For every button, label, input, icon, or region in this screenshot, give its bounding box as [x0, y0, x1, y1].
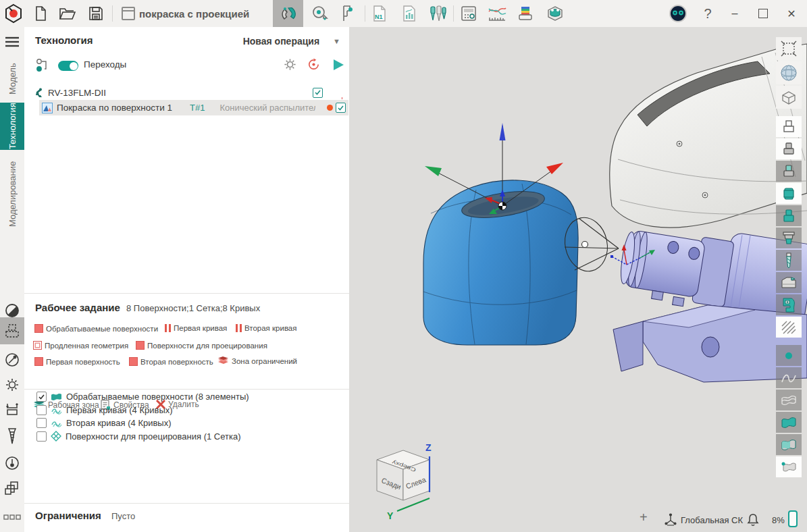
fixture-button[interactable]: [776, 294, 802, 315]
machine-enabled-checkbox[interactable]: [313, 88, 323, 98]
surface-teal-gray-button[interactable]: [776, 434, 802, 455]
tool-blank-button[interactable]: [776, 116, 802, 137]
surface-point-button[interactable]: [776, 456, 802, 477]
surface-outline-icon: [781, 394, 797, 407]
transitions-toggle[interactable]: [58, 61, 78, 71]
close-button[interactable]: ✕: [779, 2, 804, 25]
tool-gray-icon: [781, 141, 797, 157]
run-simulation-button[interactable]: [332, 58, 345, 72]
job-item-second-curve[interactable]: Вторая кривая (4 Кривых): [36, 418, 172, 428]
notifications-button[interactable]: [746, 512, 760, 527]
simulation-button[interactable]: [543, 2, 567, 25]
machine-scheme-button[interactable]: [0, 317, 24, 344]
job-item-first-curve[interactable]: Первая кривая (4 Кривых): [36, 405, 173, 415]
item-checkbox[interactable]: [36, 405, 47, 415]
minimize-button[interactable]: –: [723, 2, 747, 25]
view-cube[interactable]: Сверху Сзади Слева Z Y: [377, 442, 432, 521]
legend-swatch-filled: [34, 357, 43, 366]
tab-modeling[interactable]: Моделирование: [0, 154, 24, 234]
toolbar-separator: [365, 5, 365, 22]
assistant-button[interactable]: [666, 2, 690, 25]
calculator-button[interactable]: [457, 2, 481, 25]
measure-tape-button[interactable]: [308, 2, 332, 25]
postprocessor-icon: [517, 5, 534, 22]
compass-button[interactable]: [0, 349, 24, 371]
structure-button[interactable]: [36, 58, 51, 73]
recalculate-button[interactable]: [307, 57, 321, 72]
hatch-curves-button[interactable]: [776, 317, 802, 338]
tool-teal-button[interactable]: [776, 183, 802, 204]
curve-mode-button[interactable]: [776, 367, 802, 388]
tool-cone-button[interactable]: [776, 228, 802, 248]
legend-label: Зона ограничений: [232, 357, 297, 365]
coordinate-system-button[interactable]: [664, 513, 677, 527]
section-divider: [24, 293, 349, 294]
tool-gray-button[interactable]: [776, 138, 802, 159]
surface-teal-button[interactable]: [776, 412, 802, 433]
solid-view-button[interactable]: [776, 86, 802, 109]
surface-teal-gray-icon: [781, 439, 797, 451]
legend-label: Поверхности для проецирования: [147, 342, 267, 350]
help-button[interactable]: ?: [696, 2, 720, 25]
maximize-button[interactable]: [751, 2, 775, 25]
gauge-button[interactable]: [0, 452, 24, 474]
operation-settings-button[interactable]: [283, 57, 297, 72]
job-item-surfaces[interactable]: Обрабатываемые поверхности (8 элементы): [36, 392, 249, 402]
surface-outline-button[interactable]: [776, 390, 802, 410]
open-project-button[interactable]: [55, 2, 80, 25]
copies-button[interactable]: [0, 477, 24, 499]
job-item-label: Поверхности для проецирования (1 Сетка): [66, 431, 241, 442]
viewport-3d[interactable]: Сверху Сзади Слева Z Y: [349, 27, 807, 532]
report-button[interactable]: [397, 2, 421, 25]
legend-swatch-bars: [236, 324, 242, 332]
job-item-projection-surfaces[interactable]: Поверхности для проецирования (1 Сетка): [36, 431, 241, 442]
app-logo-button[interactable]: [1, 2, 26, 25]
point-mode-button[interactable]: [776, 345, 802, 366]
transitions-label: Переходы: [84, 59, 126, 70]
tool-teal-step-button[interactable]: [776, 205, 802, 226]
fit-selection-button[interactable]: [776, 37, 802, 60]
tree-row-machine[interactable]: RV-13FLM-DII: [32, 85, 340, 100]
project-window-button[interactable]: [116, 2, 140, 25]
drill-tool-icon: [5, 427, 19, 445]
tools-library-button[interactable]: [425, 2, 450, 25]
tool-button[interactable]: [0, 425, 24, 447]
measure-tape-icon: [311, 5, 329, 22]
scene-3d[interactable]: Сверху Сзади Слева Z Y: [349, 27, 807, 532]
new-operation-button[interactable]: Новая операция ▼: [243, 36, 340, 47]
tab-technology[interactable]: Технология: [0, 103, 24, 150]
legend-item: Первая кривая: [165, 324, 227, 332]
tab-model[interactable]: Модель: [0, 58, 24, 100]
fixture-icon: [781, 296, 797, 314]
tool-teal-gray-button[interactable]: [776, 161, 802, 182]
recalculate-icon: [307, 57, 321, 72]
main-menu-button[interactable]: [0, 31, 24, 53]
render-mode-button[interactable]: [776, 61, 802, 84]
tool-drill-button[interactable]: [776, 250, 802, 271]
item-checkbox[interactable]: [36, 418, 47, 428]
item-checkbox-checked[interactable]: [36, 392, 47, 402]
add-view-button[interactable]: +: [640, 510, 648, 525]
new-document-button[interactable]: [28, 2, 53, 25]
settings-button[interactable]: [0, 374, 24, 396]
more-button[interactable]: [0, 506, 24, 528]
item-checkbox[interactable]: [36, 431, 47, 442]
stock-button[interactable]: [776, 272, 802, 293]
magnet-snap-button[interactable]: [273, 0, 303, 27]
tree-row-operation[interactable]: Покраска по поверхности 1 T#1 Конический…: [39, 100, 348, 115]
postprocessor-button[interactable]: [513, 2, 538, 25]
restriction-zone-icon: [217, 356, 229, 366]
caliper-button[interactable]: [336, 2, 361, 25]
nc-program-button[interactable]: N1: [367, 2, 392, 25]
axis-z-arrow: [500, 123, 506, 140]
fit-selection-icon: [780, 40, 798, 57]
legend-label: Первая кривая: [174, 324, 227, 332]
graphs-icon: [487, 5, 507, 22]
graphs-button[interactable]: [485, 2, 509, 25]
coordinate-system-name[interactable]: Глобальная СК: [681, 515, 743, 525]
operation-enabled-checkbox[interactable]: [336, 103, 346, 113]
save-project-button[interactable]: [84, 2, 108, 25]
workpiece-setup-button[interactable]: [0, 399, 24, 421]
hatch-curves-icon: [780, 319, 798, 336]
copies-icon: [4, 480, 20, 496]
